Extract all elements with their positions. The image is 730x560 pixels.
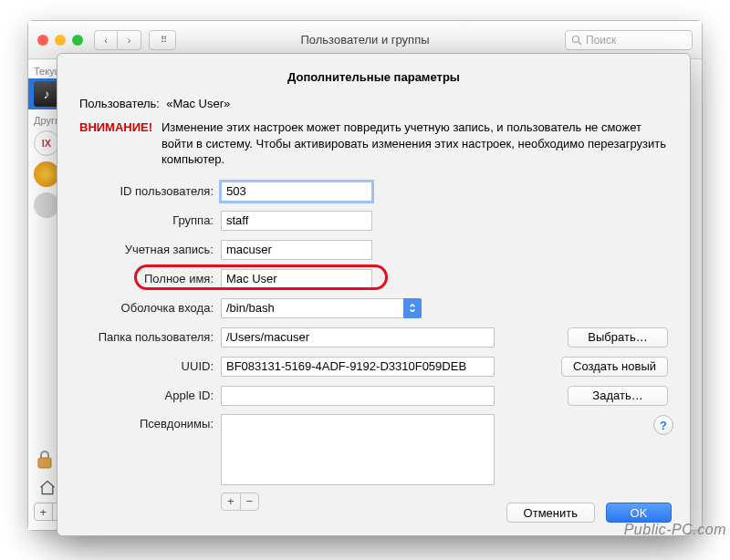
svg-line-1 <box>579 42 581 45</box>
home-icon[interactable] <box>37 479 57 497</box>
uuid-label: UUID: <box>79 359 221 373</box>
lock-button[interactable] <box>36 449 54 473</box>
search-input[interactable]: Поиск <box>565 30 693 50</box>
user-avatar-icon: ♪ <box>34 81 59 107</box>
group-label: Группа: <box>79 213 221 227</box>
shell-label: Оболочка входа: <box>79 301 221 315</box>
create-new-button[interactable]: Создать новый <box>561 357 668 377</box>
set-button[interactable]: Задать… <box>568 386 668 406</box>
chevron-down-icon <box>403 298 422 318</box>
search-icon <box>571 35 582 46</box>
choose-button[interactable]: Выбрать… <box>568 327 668 347</box>
account-label: Учетная запись: <box>79 243 221 256</box>
warning-text: ВНИМАНИЕ! Изменение этих настроек может … <box>79 119 668 168</box>
fullname-label: Полное имя: <box>79 272 221 285</box>
aliases-list[interactable] <box>221 414 495 485</box>
minimize-icon[interactable] <box>55 35 66 46</box>
nav-forward-button[interactable]: › <box>118 30 141 50</box>
shell-select[interactable] <box>221 298 422 318</box>
cancel-button[interactable]: Отменить <box>506 503 595 523</box>
sheet-title: Дополнительные параметры <box>79 70 668 84</box>
user-line: Пользователь: «Mac User» <box>79 97 668 110</box>
help-button[interactable]: ? <box>653 415 673 435</box>
fullname-field[interactable] <box>221 269 372 289</box>
account-field[interactable] <box>221 240 372 260</box>
user-id-field[interactable] <box>221 181 372 202</box>
alias-remove-button[interactable]: − <box>241 493 259 510</box>
advanced-options-sheet: Дополнительные параметры Пользователь: «… <box>57 53 691 536</box>
svg-point-0 <box>573 36 579 42</box>
user-avatar-icon <box>34 192 59 218</box>
maximize-icon[interactable] <box>72 35 83 46</box>
svg-rect-2 <box>38 458 51 468</box>
appleid-field[interactable] <box>221 386 495 406</box>
traffic-lights <box>37 35 83 46</box>
user-avatar-icon: IX <box>34 130 59 156</box>
group-field[interactable] <box>221 211 372 231</box>
home-dir-field[interactable] <box>221 327 495 347</box>
show-all-button[interactable]: ⠿ <box>149 30 176 50</box>
alias-add-remove: + − <box>221 493 259 511</box>
close-icon[interactable] <box>37 35 48 46</box>
home-dir-label: Папка пользователя: <box>79 330 221 344</box>
appleid-label: Apple ID: <box>79 389 221 402</box>
alias-add-button[interactable]: + <box>222 493 241 510</box>
uuid-field[interactable] <box>221 357 495 377</box>
ok-button[interactable]: OK <box>606 503 672 523</box>
user-avatar-icon <box>34 161 59 187</box>
add-user-button[interactable]: + <box>35 503 53 520</box>
nav-segment: ‹ › <box>94 30 141 50</box>
watermark: Public-PC.com <box>624 522 726 538</box>
aliases-label: Псевдонимы: <box>79 414 221 430</box>
user-id-label: ID пользователя: <box>79 184 221 198</box>
nav-back-button[interactable]: ‹ <box>94 30 118 50</box>
warning-label: ВНИМАНИЕ! <box>79 119 162 168</box>
search-placeholder: Поиск <box>586 34 616 47</box>
